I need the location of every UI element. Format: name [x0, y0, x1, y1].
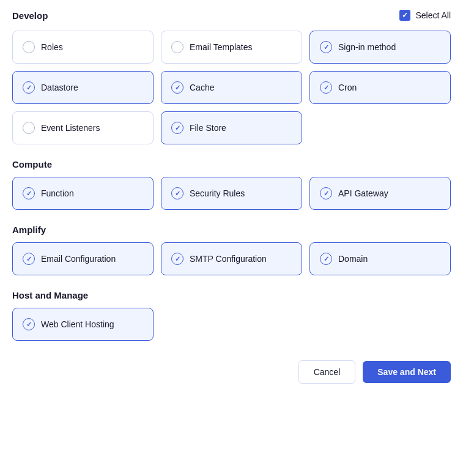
- select-all-checkbox[interactable]: [399, 10, 410, 21]
- item-card-file-store[interactable]: File Store: [161, 111, 302, 144]
- section-label-compute: Compute: [12, 159, 451, 169]
- page-header: Develop Select All: [12, 10, 451, 21]
- item-label-event-listeners: Event Listeners: [41, 123, 100, 133]
- item-label-web-client-hosting: Web Client Hosting: [41, 319, 114, 329]
- item-card-sign-in-method[interactable]: Sign-in method: [309, 31, 451, 64]
- cancel-button[interactable]: Cancel: [298, 360, 356, 384]
- item-card-domain[interactable]: Domain: [309, 242, 451, 275]
- section-compute: ComputeFunctionSecurity RulesAPI Gateway: [12, 159, 451, 210]
- section-grid-host-and-manage: Web Client Hosting: [12, 308, 451, 341]
- checked-icon-cache: [171, 81, 183, 94]
- item-label-cache: Cache: [190, 83, 214, 92]
- item-label-api-gateway: API Gateway: [338, 188, 388, 198]
- item-label-email-configuration: Email Configuration: [41, 254, 116, 264]
- item-label-sign-in-method: Sign-in method: [338, 42, 396, 52]
- checked-icon-cron: [320, 81, 332, 94]
- item-card-event-listeners[interactable]: Event Listeners: [12, 111, 154, 144]
- select-all-text: Select All: [415, 10, 451, 20]
- unchecked-icon-roles: [23, 41, 35, 53]
- item-label-datastore: Datastore: [41, 83, 78, 92]
- section-host-and-manage: Host and ManageWeb Client Hosting: [12, 290, 451, 341]
- unchecked-icon-event-listeners: [23, 122, 35, 134]
- save-next-button[interactable]: Save and Next: [363, 361, 451, 383]
- checked-icon-function: [23, 187, 35, 199]
- item-card-roles[interactable]: Roles: [12, 31, 154, 64]
- section-grid-compute: FunctionSecurity RulesAPI Gateway: [12, 177, 451, 210]
- section-grid-develop: RolesEmail TemplatesSign-in methodDatast…: [12, 31, 451, 144]
- section-label-amplify: Amplify: [12, 225, 451, 235]
- item-card-security-rules[interactable]: Security Rules: [161, 177, 302, 210]
- item-card-datastore[interactable]: Datastore: [12, 71, 154, 104]
- item-card-smtp-configuration[interactable]: SMTP Configuration: [161, 242, 302, 275]
- item-label-domain: Domain: [338, 254, 368, 264]
- sections-container: RolesEmail TemplatesSign-in methodDatast…: [12, 31, 451, 341]
- item-card-api-gateway[interactable]: API Gateway: [309, 177, 451, 210]
- section-develop: RolesEmail TemplatesSign-in methodDatast…: [12, 31, 451, 144]
- unchecked-icon-email-templates: [171, 41, 183, 53]
- section-amplify: AmplifyEmail ConfigurationSMTP Configura…: [12, 225, 451, 275]
- checked-icon-file-store: [171, 122, 183, 134]
- checked-icon-sign-in-method: [320, 41, 332, 53]
- item-label-smtp-configuration: SMTP Configuration: [190, 254, 267, 264]
- checked-icon-datastore: [23, 81, 35, 94]
- section-grid-amplify: Email ConfigurationSMTP ConfigurationDom…: [12, 242, 451, 275]
- checked-icon-api-gateway: [320, 187, 332, 199]
- item-label-cron: Cron: [338, 83, 357, 92]
- page-title: Develop: [12, 10, 48, 21]
- item-label-function: Function: [41, 188, 74, 198]
- item-card-function[interactable]: Function: [12, 177, 154, 210]
- item-card-cache[interactable]: Cache: [161, 71, 302, 104]
- checked-icon-email-configuration: [23, 253, 35, 265]
- item-label-email-templates: Email Templates: [190, 42, 252, 52]
- item-card-email-templates[interactable]: Email Templates: [161, 31, 302, 64]
- item-label-roles: Roles: [41, 42, 63, 52]
- checked-icon-domain: [320, 253, 332, 265]
- item-label-file-store: File Store: [190, 123, 226, 133]
- item-card-web-client-hosting[interactable]: Web Client Hosting: [12, 308, 154, 341]
- footer-row: Cancel Save and Next: [12, 360, 451, 384]
- checked-icon-smtp-configuration: [171, 253, 183, 265]
- item-label-security-rules: Security Rules: [190, 188, 245, 198]
- item-card-email-configuration[interactable]: Email Configuration: [12, 242, 154, 275]
- section-label-host-and-manage: Host and Manage: [12, 290, 451, 300]
- select-all-label[interactable]: Select All: [399, 10, 451, 21]
- item-card-cron[interactable]: Cron: [309, 71, 451, 104]
- checked-icon-web-client-hosting: [23, 318, 35, 330]
- checked-icon-security-rules: [171, 187, 183, 199]
